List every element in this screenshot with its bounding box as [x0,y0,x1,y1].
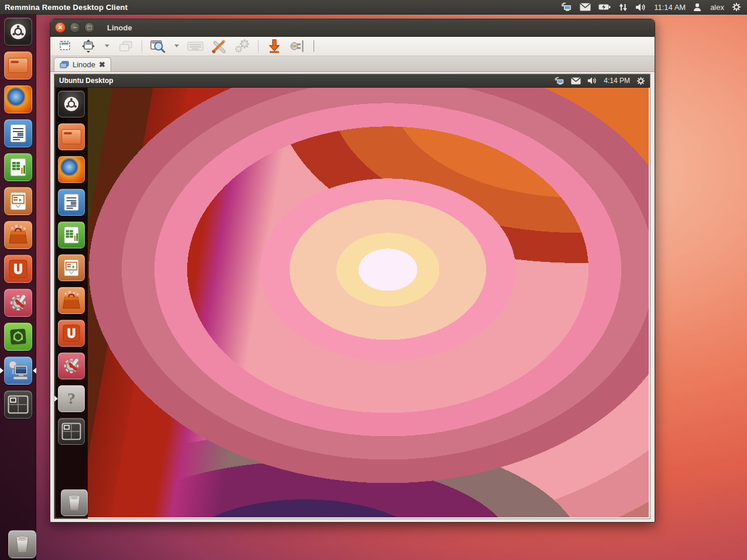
volume-icon[interactable] [635,3,646,12]
ubuntu-dash-icon [58,91,85,117]
libreoffice-calc-icon [58,222,85,248]
fullscreen-button[interactable] [56,39,74,54]
remote-menubar-title[interactable]: Ubuntu Desktop [54,77,113,85]
session-gear-icon[interactable] [732,2,741,12]
launcher-item-remmina[interactable] [0,357,36,385]
home-folder-icon [58,123,85,150]
system-settings-icon [4,289,32,317]
remote-launcher-item-files[interactable] [54,123,88,150]
window-close-button[interactable]: × [55,22,66,33]
help-icon: ? [58,385,85,412]
remote-top-panel[interactable]: Ubuntu Desktop 4:14 PM [54,74,650,88]
trash-icon [61,489,88,516]
preferences-tools-button[interactable] [210,39,228,54]
firefox-icon [4,85,32,113]
firefox-icon [58,156,85,183]
host-clock[interactable]: 11:14 AM [654,3,686,12]
remote-connection-icon[interactable] [554,77,564,85]
tab-linode[interactable]: Linode ✖ [54,57,111,71]
remote-launcher-item-impress[interactable] [54,254,88,281]
bandwidth-icon[interactable] [618,3,628,12]
tab-close-icon[interactable]: ✖ [99,60,105,69]
remote-launcher-item-ubuntu-one[interactable] [54,320,88,347]
remote-launcher-item-help[interactable]: ? [54,385,88,412]
remote-launcher-item-workspace-switcher[interactable] [54,418,88,445]
home-folder-icon [4,51,32,79]
mail-icon[interactable] [571,77,581,85]
minimize-window-button[interactable] [266,39,283,54]
launcher-item-dash[interactable] [0,18,36,46]
launcher-item-calc[interactable] [0,153,36,181]
user-icon[interactable] [693,3,701,12]
libreoffice-calc-icon [4,153,32,181]
fit-window-menu-caret[interactable] [103,39,111,54]
libreoffice-writer-icon [58,189,85,216]
host-indicator-tray: 11:14 AM alex [560,2,747,12]
volume-icon[interactable] [587,77,597,85]
username-label[interactable]: alex [710,3,724,12]
remote-connection-icon[interactable] [560,2,572,12]
launcher-item-impress[interactable] [0,187,36,215]
scaled-mode-menu-caret[interactable] [173,39,181,54]
system-settings-icon [58,352,85,379]
remote-launcher-item-software-center[interactable] [54,287,88,314]
gears-button[interactable] [233,39,251,54]
toolbar-separator [258,40,259,53]
host-top-panel: Remmina Remote Desktop Client 11:14 AM a [0,0,747,15]
launcher-item-system-settings[interactable] [0,289,36,317]
remote-clock[interactable]: 4:14 PM [604,77,630,85]
remote-unity-launcher[interactable]: ? [54,88,88,519]
workspace-switcher-icon [4,390,32,419]
launcher-item-workspace-switcher[interactable] [0,390,36,419]
launcher-item-firefox[interactable] [0,85,36,113]
remote-launcher-item-system-settings[interactable] [54,352,88,379]
window-titlebar[interactable]: × − □ Linode [50,19,655,37]
host-unity-launcher [0,15,36,560]
running-indicator-arrow [0,368,4,374]
ubuntu-software-icon [4,323,32,351]
session-gear-icon[interactable] [636,77,645,85]
ubuntu-software-center-icon [4,221,32,249]
window-title: Linode [107,23,132,32]
remmina-icon [4,357,32,385]
disconnect-plug-button[interactable] [289,39,307,54]
fit-window-button[interactable] [80,39,97,54]
launcher-item-files[interactable] [0,51,36,79]
grab-keyboard-button[interactable] [187,39,204,54]
launcher-item-ubuntu-software[interactable] [0,323,36,351]
trash-icon [8,530,36,558]
tab-monitor-icon [60,61,69,68]
scaled-mode-button[interactable] [149,39,167,54]
launcher-item-trash[interactable] [4,530,40,558]
remote-launcher-item-writer[interactable] [54,189,88,216]
ubuntu-software-center-icon [58,287,85,314]
toolbar-separator [142,40,142,53]
remote-launcher-item-firefox[interactable] [54,156,88,183]
window-maximize-button[interactable]: □ [84,22,95,33]
remmina-toolbar [50,37,655,57]
switch-page-button[interactable] [117,39,135,54]
launcher-item-ubuntu-one[interactable] [0,255,36,283]
remote-launcher-item-dash[interactable] [54,91,88,117]
viewport-frame: Ubuntu Desktop 4:14 PM [50,72,655,522]
remote-desktop-viewport[interactable]: Ubuntu Desktop 4:14 PM [54,74,650,519]
remote-launcher-item-calc[interactable] [54,222,88,248]
mail-icon[interactable] [580,3,591,11]
focused-indicator-arrow [33,368,36,374]
window-minimize-button[interactable]: − [70,22,80,33]
launcher-item-writer[interactable] [0,119,36,147]
active-app-title: Remmina Remote Desktop Client [0,3,128,12]
battery-icon[interactable] [598,4,611,11]
tab-bar: Linode ✖ [50,56,655,72]
libreoffice-writer-icon [4,119,32,147]
ubuntu-one-icon [4,255,32,283]
ubuntu-one-icon [58,320,85,347]
focused-indicator-arrow [54,396,58,402]
toolbar-end-separator [314,40,314,52]
launcher-item-software-center[interactable] [0,221,36,249]
desktop: Remmina Remote Desktop Client 11:14 AM a [0,0,747,560]
workspace-switcher-icon [58,418,85,445]
libreoffice-impress-icon [4,187,32,215]
remote-launcher-item-trash[interactable] [57,489,91,516]
tab-label: Linode [73,60,95,69]
